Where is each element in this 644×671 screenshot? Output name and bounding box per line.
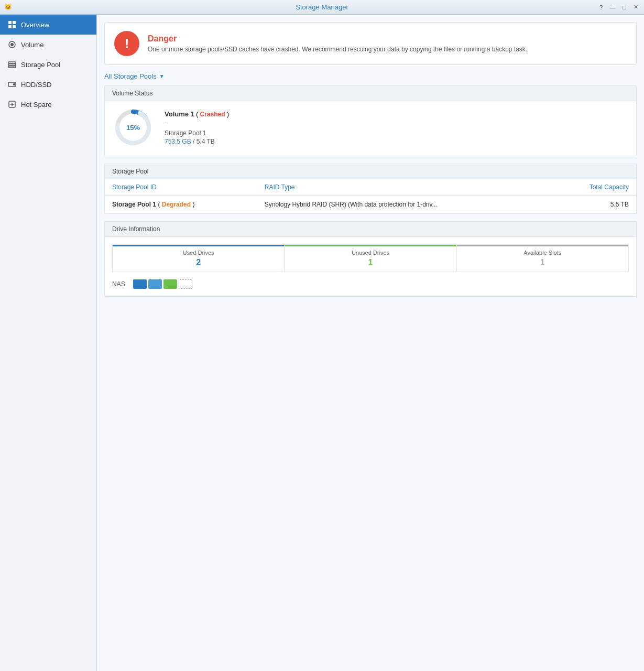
danger-description: One or more storage pools/SSD caches hav… [148, 46, 527, 53]
svg-point-10 [14, 84, 15, 85]
storage-pool-table-header-row: Storage Pool ID RAID Type Total Capacity [105, 179, 636, 196]
used-drives-label: Used Drives [119, 250, 278, 256]
unused-drives-count: 1 [291, 258, 450, 267]
drive-info-body: Used Drives 2 Unused Drives 1 Available … [105, 237, 636, 296]
sidebar-item-hdd-ssd[interactable]: HDD/SSD [0, 74, 96, 94]
minimize-button[interactable]: — [608, 3, 617, 12]
sp-status: Degraded [162, 201, 191, 208]
svg-rect-8 [8, 66, 16, 68]
volume-info: Volume 1 ( Crashed ) - Storage Pool 1 75… [165, 110, 229, 145]
drive-slots [133, 279, 192, 289]
volume-total: 5.4 TB [197, 138, 215, 145]
danger-text: Danger One or more storage pools/SSD cac… [148, 34, 527, 53]
app-title: Storage Manager [296, 3, 348, 11]
drive-info-section: Drive Information Used Drives 2 Unused D… [104, 221, 637, 297]
volume-icon [7, 40, 17, 49]
storage-pool-table-body: Storage Pool 1 ( Degraded ) Synology Hyb… [105, 196, 636, 214]
maximize-button[interactable]: □ [620, 3, 628, 12]
drive-slot-1 [133, 279, 147, 289]
volume-dash: - [165, 119, 229, 126]
volume-status-header: Volume Status [105, 86, 636, 101]
unused-bar [285, 245, 456, 246]
volume-capacity: 753.5 GB / 5.4 TB [165, 138, 229, 145]
exclamation-icon: ! [125, 37, 129, 50]
volume-status-section: Volume Status 15% [104, 85, 637, 156]
available-bar [457, 245, 628, 246]
all-storage-pools-label: All Storage Pools [104, 72, 157, 80]
hot-spare-icon [7, 100, 17, 109]
main-content: ! Danger One or more storage pools/SSD c… [97, 15, 644, 671]
sidebar-item-hot-spare-label: Hot Spare [21, 101, 52, 109]
all-storage-pools-dropdown[interactable]: All Storage Pools ▼ [104, 72, 165, 80]
storage-pools-header: All Storage Pools ▼ [97, 72, 644, 85]
available-slots-label: Available Slots [463, 250, 622, 256]
unused-drives-label: Unused Drives [291, 250, 450, 256]
sidebar-item-hdd-ssd-label: HDD/SSD [21, 81, 52, 89]
sp-capacity-cell: 5.5 TB [551, 196, 636, 214]
col-raid-type[interactable]: RAID Type [257, 179, 551, 196]
volume-used: 753.5 GB [165, 138, 191, 145]
dropdown-arrow-icon: ▼ [159, 73, 165, 79]
available-slots-count: 1 [463, 258, 622, 267]
drive-counts: Used Drives 2 Unused Drives 1 Available … [112, 244, 629, 272]
storage-pool-section: Storage Pool Storage Pool ID RAID Type T… [104, 164, 637, 214]
sidebar: Overview Volume Storage Pool [0, 15, 97, 671]
sidebar-item-storage-pool[interactable]: Storage Pool [0, 55, 96, 74]
sidebar-item-hot-spare[interactable]: Hot Spare [0, 94, 96, 114]
close-button[interactable]: ✕ [631, 3, 640, 12]
help-button[interactable]: ? [597, 3, 605, 12]
drive-slot-3 [163, 279, 177, 289]
svg-rect-7 [8, 64, 16, 66]
hdd-ssd-icon [7, 80, 17, 89]
volume-name-row: Volume 1 ( Crashed ) [165, 110, 229, 118]
svg-rect-0 [8, 21, 12, 24]
overview-icon [7, 20, 17, 29]
used-drives-count: 2 [119, 258, 278, 267]
sidebar-item-storage-pool-label: Storage Pool [21, 61, 60, 69]
svg-rect-2 [8, 25, 12, 28]
donut-chart: 15% [112, 106, 154, 148]
sidebar-item-overview[interactable]: Overview [0, 15, 96, 35]
svg-point-5 [10, 43, 14, 46]
storage-pool-header: Storage Pool [105, 164, 636, 179]
table-row[interactable]: Storage Pool 1 ( Degraded ) Synology Hyb… [105, 196, 636, 214]
svg-rect-6 [8, 62, 16, 63]
storage-pool-title: Storage Pool [112, 168, 148, 175]
used-bar [113, 245, 284, 246]
volume-status-title: Volume Status [112, 90, 152, 97]
volume-pool: Storage Pool 1 [165, 129, 229, 137]
window-controls: ? — □ ✕ [597, 3, 640, 12]
danger-icon-circle: ! [114, 31, 139, 56]
volume-status-badge: Crashed [200, 111, 225, 118]
volume-name: Volume 1 [165, 110, 194, 118]
nas-visual: NAS [112, 279, 629, 289]
col-storage-pool-id[interactable]: Storage Pool ID [105, 179, 257, 196]
sp-raid-cell: Synology Hybrid RAID (SHR) (With data pr… [257, 196, 551, 214]
col-total-capacity[interactable]: Total Capacity [551, 179, 636, 196]
sp-name: Storage Pool 1 [112, 201, 156, 208]
nas-label: NAS [112, 280, 128, 288]
app-icon: 🐱 [4, 3, 13, 12]
sp-name-cell: Storage Pool 1 ( Degraded ) [105, 196, 257, 214]
drive-slot-4-empty [179, 279, 192, 289]
volume-status-content: 15% Volume 1 ( Crashed ) - Storage Pool … [105, 101, 636, 156]
svg-rect-1 [13, 21, 16, 24]
danger-banner: ! Danger One or more storage pools/SSD c… [104, 22, 637, 65]
danger-title: Danger [148, 34, 527, 44]
drive-info-header: Drive Information [105, 222, 636, 237]
available-slots-box: Available Slots 1 [457, 244, 629, 272]
drive-slot-2 [148, 279, 162, 289]
storage-pool-table: Storage Pool ID RAID Type Total Capacity… [105, 179, 636, 213]
storage-pool-icon [7, 60, 17, 69]
used-drives-box: Used Drives 2 [112, 244, 285, 272]
storage-pool-table-head: Storage Pool ID RAID Type Total Capacity [105, 179, 636, 196]
sidebar-item-overview-label: Overview [21, 21, 49, 29]
drive-info-title: Drive Information [112, 225, 160, 233]
sidebar-item-volume-label: Volume [21, 41, 43, 49]
unused-drives-box: Unused Drives 1 [285, 244, 456, 272]
titlebar: 🐱 Storage Manager ? — □ ✕ [0, 0, 644, 15]
app-layout: Overview Volume Storage Pool [0, 15, 644, 671]
donut-percent: 15% [126, 124, 140, 132]
svg-rect-3 [13, 25, 16, 28]
sidebar-item-volume[interactable]: Volume [0, 35, 96, 55]
